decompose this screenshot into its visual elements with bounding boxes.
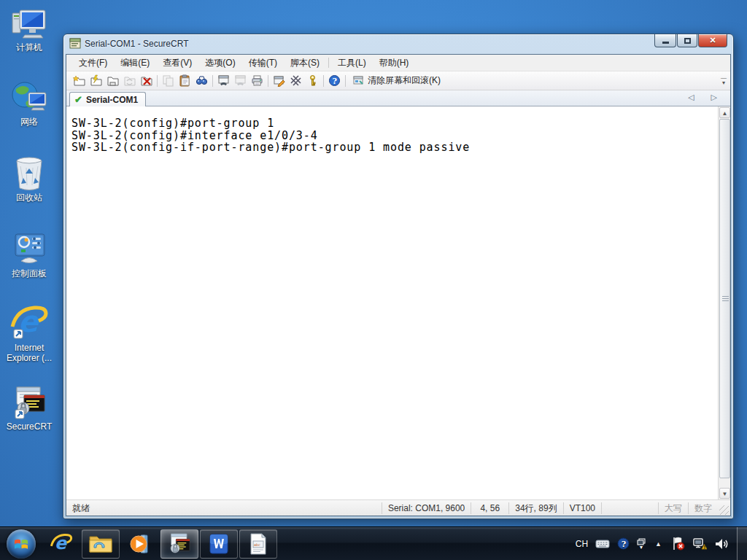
clear-screen-button[interactable]: 清除屏幕和回滚(K): [348, 73, 445, 89]
action-center-flag-icon[interactable]: [671, 537, 685, 551]
desktop-icon-network[interactable]: 网络: [1, 80, 57, 127]
svg-text:abc: abc: [254, 542, 260, 547]
menu-help[interactable]: 帮助(H): [373, 55, 416, 71]
toolbar-separator: [157, 75, 158, 87]
taskbar-item-securecrt[interactable]: [160, 529, 198, 559]
start-button[interactable]: [7, 529, 36, 559]
quick-connect-icon[interactable]: [71, 73, 88, 89]
scroll-down-arrow[interactable]: ▼: [719, 488, 730, 499]
volume-icon[interactable]: [714, 537, 729, 551]
desktop-icon-label: Internet Explorer (...: [1, 343, 57, 363]
minimize-button[interactable]: [654, 34, 676, 47]
connect-icon[interactable]: [88, 73, 104, 89]
copy-icon[interactable]: [160, 73, 177, 89]
key-icon[interactable]: [304, 73, 321, 89]
notepad-icon: abc: [248, 532, 268, 556]
help-icon[interactable]: ?: [326, 73, 343, 89]
show-desktop-button[interactable]: [737, 527, 747, 560]
desktop-background: 计算机 网络: [0, 0, 747, 560]
tab-label: Serial-COM1: [86, 95, 138, 105]
system-tray: CH ? ▼ ▲ !: [572, 527, 747, 560]
taskbar-item-notepad[interactable]: abc: [239, 529, 277, 559]
window-body: 文件(F) 编辑(E) 查看(V) 选项(O) 传输(T) 脚本(S) 工具(L…: [66, 54, 731, 516]
taskbar-item-media-player[interactable]: [121, 529, 159, 559]
language-indicator[interactable]: CH: [576, 539, 588, 549]
menu-tools[interactable]: 工具(L): [331, 55, 373, 71]
desktop-icon-control-panel[interactable]: 控制面板: [1, 232, 57, 279]
connect-in-tab-icon[interactable]: [104, 73, 121, 89]
desktop-icon-recycle-bin[interactable]: 回收站: [1, 156, 57, 203]
menu-view[interactable]: 查看(V): [156, 55, 198, 71]
maximize-button[interactable]: [677, 34, 697, 47]
status-bar: 就绪 Serial: COM1, 9600 4, 56 34行, 89列 VT1…: [66, 499, 730, 516]
status-num-lock: 数字: [688, 502, 718, 514]
status-cursor-position: 4, 56: [471, 502, 508, 514]
taskbar-item-windows-explorer[interactable]: [82, 529, 120, 559]
scrollbar-grip: [722, 296, 729, 301]
menu-edit[interactable]: 编辑(E): [114, 55, 156, 71]
clear-screen-icon: [352, 74, 365, 87]
desktop-icon-computer[interactable]: 计算机: [1, 6, 57, 52]
reconnect-icon[interactable]: [121, 73, 138, 89]
internet-explorer-icon: e: [1, 306, 57, 341]
window-phone-icon[interactable]: [215, 73, 232, 89]
global-options-icon[interactable]: [287, 73, 304, 89]
toolbar-separator: [323, 75, 324, 87]
paste-icon[interactable]: [177, 73, 193, 89]
ime-options-icon[interactable]: ▼: [637, 538, 646, 550]
network-icon: [1, 80, 57, 115]
resize-grip[interactable]: [719, 505, 729, 515]
tab-scroll-arrows[interactable]: ◁ ▷: [688, 93, 724, 102]
scroll-up-arrow[interactable]: ▲: [719, 107, 730, 118]
taskbar: e: [0, 526, 747, 560]
status-serial: Serial: COM1, 9600: [382, 502, 471, 514]
securecrt-icon: [167, 532, 192, 556]
terminal-line: SW-3L-2(config)#interface e1/0/3-4: [71, 130, 713, 142]
toolbar: ? 清除屏幕和回滚(K) —▾: [66, 71, 730, 90]
status-caps-lock: 大写: [658, 502, 688, 514]
desktop-icon-securecrt[interactable]: SecureCRT: [1, 385, 57, 432]
control-panel-icon: [1, 232, 57, 267]
menu-file[interactable]: 文件(F): [72, 55, 114, 71]
printer-icon[interactable]: [249, 73, 266, 89]
close-button[interactable]: ✕: [698, 34, 727, 47]
window-title: Serial-COM1 - SecureCRT: [85, 39, 188, 49]
securecrt-icon: [1, 385, 57, 420]
show-hidden-icons-button[interactable]: ▲: [655, 540, 662, 548]
terminal-area[interactable]: SW-3L-2(config)#port-group 1SW-3L-2(conf…: [66, 106, 730, 499]
network-status-icon[interactable]: !: [692, 537, 707, 551]
word-icon: [208, 533, 230, 555]
windows-logo-icon: [13, 536, 29, 552]
taskbar-item-internet-explorer[interactable]: e: [42, 529, 80, 559]
menu-options[interactable]: 选项(O): [198, 55, 241, 71]
desktop-icon-label: 回收站: [1, 192, 57, 203]
desktop-icon-internet-explorer[interactable]: e Internet Explorer (...: [1, 306, 57, 363]
toolbar-separator: [345, 75, 346, 87]
toolbar-overflow-chevron[interactable]: —▾: [719, 75, 728, 85]
window-app-icon: [69, 38, 81, 50]
svg-text:?: ?: [333, 77, 337, 86]
status-ready: 就绪: [66, 502, 382, 514]
computer-icon: [1, 6, 57, 41]
securecrt-window: Serial-COM1 - SecureCRT ✕ 文件(F) 编辑(E) 查看…: [63, 34, 734, 519]
desktop-icon-label: 控制面板: [1, 268, 57, 279]
menu-transfer[interactable]: 传输(T): [242, 55, 284, 71]
desktop-icon-label: 计算机: [1, 42, 57, 52]
ime-help-icon[interactable]: ?: [617, 537, 630, 550]
find-icon[interactable]: [193, 73, 210, 89]
taskbar-item-word[interactable]: [200, 529, 238, 559]
menu-script[interactable]: 脚本(S): [284, 55, 326, 71]
vertical-scrollbar[interactable]: ▲ ▼: [718, 106, 730, 499]
terminal-line: SW-3L-2(config-if-port-range)#port-group…: [71, 141, 713, 154]
terminal-text: SW-3L-2(config)#port-group 1SW-3L-2(conf…: [66, 106, 730, 154]
disconnect-icon[interactable]: [138, 73, 155, 89]
menu-separator: [328, 58, 329, 68]
keyboard-layout-icon[interactable]: [595, 539, 610, 549]
toolbar-separator: [268, 75, 268, 87]
toolbar-separator: [212, 75, 213, 87]
window-phone-disabled-icon[interactable]: [232, 73, 249, 89]
tab-serial-com1[interactable]: ✔ Serial-COM1: [69, 92, 146, 106]
scrollbar-thumb[interactable]: [719, 119, 730, 478]
session-options-icon[interactable]: [271, 73, 287, 89]
window-titlebar[interactable]: Serial-COM1 - SecureCRT ✕: [63, 34, 733, 53]
